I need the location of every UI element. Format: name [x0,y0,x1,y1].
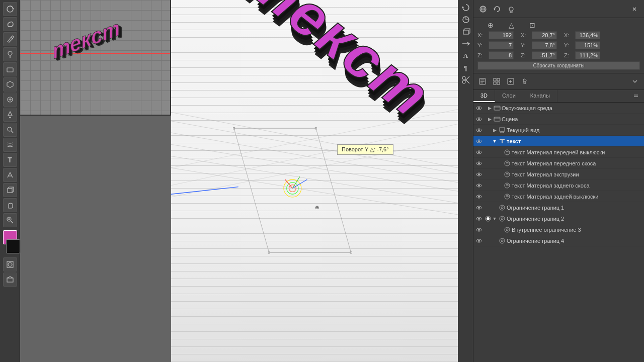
scene-add-icon[interactable] [505,75,517,87]
eye-icon-mat3[interactable] [473,169,485,180]
3d-object-tool[interactable] [3,183,17,197]
toggle-tekst[interactable]: ▼ [492,138,498,144]
zoom-tool[interactable] [3,213,17,227]
main-canvas[interactable]: ⊕ текст Поворот Y △: -7,6° [171,0,458,362]
3d-paragraph-tool[interactable]: ¶ [460,62,471,73]
brush-tool[interactable] [3,47,17,61]
reset-coords-button[interactable]: Сбросить координаты [477,61,640,70]
3d-roll-tool[interactable] [460,14,471,25]
z-pos-input[interactable] [489,51,514,59]
tab-channels[interactable]: Каналы [523,90,557,102]
svg-point-96 [478,173,480,175]
ic3-label: Внутреннее ограничение 3 [512,227,642,233]
pen-tool[interactable] [3,32,17,46]
tree-item-mat-front-slope[interactable]: ▶ текст Материал переднего скоса [473,158,644,169]
z-rot-input[interactable] [532,51,557,59]
tree-item-constraint2[interactable]: ▼ Ограничение границ 2 [473,213,644,224]
coords-panel: ⊕ △ ⊡ X: X: X: Y: Y: Y: Z: [473,18,644,73]
svg-point-106 [500,205,505,210]
eye-icon-ic3[interactable] [473,224,485,235]
panel-menu-btn[interactable] [630,90,642,102]
tree-item-scene[interactable]: ▶ Сцена [473,114,644,125]
tab-3d[interactable]: 3D [473,90,495,102]
canvas-area[interactable]: текст [20,0,458,362]
svg-rect-57 [510,11,512,13]
svg-rect-81 [494,117,500,121]
tab-layers[interactable]: Слои [495,90,523,102]
tree-item-inner-constraint3[interactable]: ▶ Внутреннее ограничение 3 [473,224,644,235]
tree-item-mat-front-bevel[interactable]: ▶ текст Материал передней выклюски [473,147,644,158]
tree-item-mat-back-bevel[interactable]: ▶ текст Материал задней выклюски [473,191,644,202]
rotate-3d-tool[interactable] [3,2,17,16]
clone-tool[interactable] [3,77,17,92]
x-scale-input[interactable] [575,31,600,39]
scene-light-icon[interactable] [519,75,531,87]
left-toolbar: T [0,0,20,362]
eye-icon-mat1[interactable] [473,147,485,158]
lasso-tool[interactable] [3,17,17,31]
eye-icon-mat2[interactable] [473,158,485,169]
svg-rect-64 [494,78,496,81]
eye-icon-scene[interactable] [473,114,485,125]
tree-item-constraint1[interactable]: ▶ Ограничение границ 1 [473,202,644,213]
3d-pan-tool[interactable] [460,26,471,37]
y-rot-input[interactable] [532,41,557,49]
tree-item-current-view[interactable]: ▶ Текущий вид [473,125,644,136]
toggle-c2[interactable]: ▼ [492,216,498,222]
x-rot-input[interactable] [532,31,557,39]
scene-filter-icon[interactable] [476,75,489,87]
tree-item-constraint4[interactable]: ▶ Ограничение границ 4 [473,235,644,246]
eye-icon-c2[interactable] [473,213,485,224]
dodge-tool[interactable] [3,108,17,122]
eye-icon-tekst[interactable] [473,136,485,147]
svg-rect-4 [7,68,13,72]
eye-icon-mat5[interactable] [473,191,485,202]
3d-scale-tool[interactable]: A [460,50,471,61]
eye-icon-env[interactable] [473,103,485,114]
z-scale-input[interactable] [575,51,600,59]
healing-tool[interactable] [3,93,17,107]
3d-light-icon[interactable] [506,4,517,15]
grid-background: текст [20,0,170,115]
hand-tool[interactable] [3,198,17,212]
svg-point-117 [506,229,508,231]
svg-rect-86 [501,132,504,133]
tree-item-tekst[interactable]: ▼ текст [473,136,644,147]
panel-collapse-btn[interactable] [629,75,641,87]
eye-icon-c1[interactable] [473,202,485,213]
tree-item-mat-back-slope[interactable]: ▶ текст Материал заднего скоса [473,180,644,191]
edit-mode-btn[interactable] [3,273,17,287]
scene-tree[interactable]: ▶ Окружающая среда ▶ Сцена ▶ [473,103,644,362]
toggle-view[interactable]: ▶ [492,127,498,133]
x-pos-input[interactable] [489,31,514,39]
vector-tool[interactable] [3,168,17,182]
c4-label: Ограничение границ 4 [507,238,642,244]
grid-icon[interactable] [477,4,489,15]
panel-close-icon[interactable] [629,4,640,15]
quick-mask-btn[interactable] [3,257,17,272]
y-pos-input[interactable] [489,41,514,49]
3d-rotate-icon[interactable] [492,4,503,15]
toggle-scene[interactable]: ▶ [487,116,493,122]
toggle-env[interactable]: ▶ [487,105,493,111]
c1-label: Ограничение границ 1 [507,205,642,211]
background-color-swatch[interactable] [6,239,20,253]
mat4-icon [503,181,512,190]
eye-icon-view[interactable] [473,125,485,136]
3d-rotate-camera-tool[interactable] [460,2,471,13]
tree-item-env[interactable]: ▶ Окружающая среда [473,103,644,114]
smudge-tool[interactable] [3,138,17,152]
scene-grid-icon[interactable] [491,75,503,87]
eye-icon-c4[interactable] [473,235,485,246]
eye-icon-mat4[interactable] [473,180,485,191]
eraser-tool[interactable] [3,62,17,76]
type-tool[interactable]: T [3,153,17,167]
3d-slide-tool[interactable] [460,38,471,49]
blur-tool[interactable] [3,123,17,137]
3d-scissors-tool[interactable] [460,74,471,85]
y-scale-input[interactable] [575,41,600,49]
tree-item-mat-extrusion[interactable]: ▶ текст Материал экструзии [473,169,644,180]
svg-point-2 [8,51,12,55]
rotation-icon: △ [509,21,514,29]
svg-point-99 [478,185,480,187]
